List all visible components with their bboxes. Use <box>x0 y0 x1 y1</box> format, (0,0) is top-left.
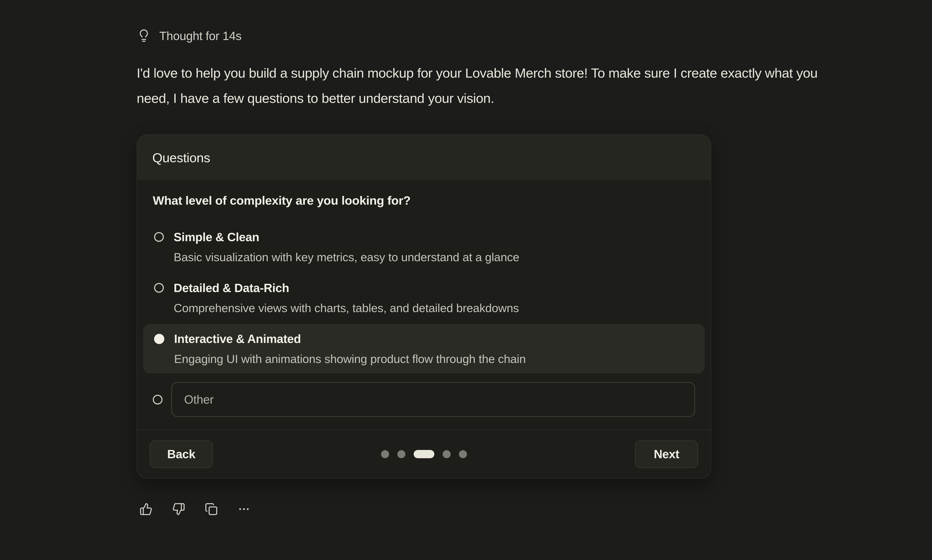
radio-unselected-icon[interactable] <box>154 232 164 242</box>
option-description: Comprehensive views with charts, tables,… <box>174 300 519 316</box>
radio-unselected-icon[interactable] <box>154 283 164 293</box>
pagination-dot <box>459 450 467 458</box>
option-description: Engaging UI with animations showing prod… <box>174 351 526 367</box>
pagination-dot <box>397 450 405 458</box>
thumbs-down-icon <box>172 503 185 515</box>
lightbulb-icon <box>137 29 151 43</box>
pagination-dots <box>381 450 467 458</box>
option-text: Detailed & Data-Rich Comprehensive views… <box>174 280 519 316</box>
thumbs-down-button[interactable] <box>172 502 185 516</box>
card-footer: Back Next <box>137 430 711 478</box>
assistant-message-text: I'd love to help you build a supply chai… <box>137 60 846 111</box>
option-interactive-animated[interactable]: Interactive & Animated Engaging UI with … <box>143 324 705 374</box>
thought-duration-label: Thought for 14s <box>159 29 242 43</box>
more-options-button[interactable] <box>237 502 251 516</box>
card-title: Questions <box>153 150 210 165</box>
option-label: Detailed & Data-Rich <box>174 280 519 296</box>
copy-icon <box>205 503 218 515</box>
pagination-dot <box>443 450 451 458</box>
radio-unselected-icon[interactable] <box>153 395 163 405</box>
thumbs-up-button[interactable] <box>139 502 153 516</box>
option-other <box>153 382 695 417</box>
pagination-dot-active <box>414 450 434 458</box>
option-text: Simple & Clean Basic visualization with … <box>174 229 519 265</box>
option-label: Simple & Clean <box>174 229 519 245</box>
question-text: What level of complexity are you looking… <box>153 192 695 209</box>
option-description: Basic visualization with key metrics, ea… <box>174 249 519 265</box>
thinking-toggle[interactable]: Thought for 14s <box>137 29 242 43</box>
other-input[interactable] <box>171 382 695 417</box>
message-actions <box>139 502 251 516</box>
next-button[interactable]: Next <box>635 440 698 468</box>
more-options-icon <box>237 503 251 515</box>
card-body: What level of complexity are you looking… <box>137 181 711 417</box>
option-text: Interactive & Animated Engaging UI with … <box>174 331 526 367</box>
option-simple-clean[interactable]: Simple & Clean Basic visualization with … <box>143 223 705 272</box>
questions-card: Questions What level of complexity are y… <box>137 134 711 478</box>
card-header: Questions <box>137 135 711 181</box>
thumbs-up-icon <box>140 503 153 515</box>
option-label: Interactive & Animated <box>174 331 526 347</box>
copy-button[interactable] <box>205 502 218 516</box>
pagination-dot <box>381 450 389 458</box>
back-button[interactable]: Back <box>150 440 213 468</box>
option-detailed-data-rich[interactable]: Detailed & Data-Rich Comprehensive views… <box>143 273 705 323</box>
chat-response: Thought for 14s I'd love to help you bui… <box>0 0 932 560</box>
radio-selected-icon[interactable] <box>154 334 164 344</box>
